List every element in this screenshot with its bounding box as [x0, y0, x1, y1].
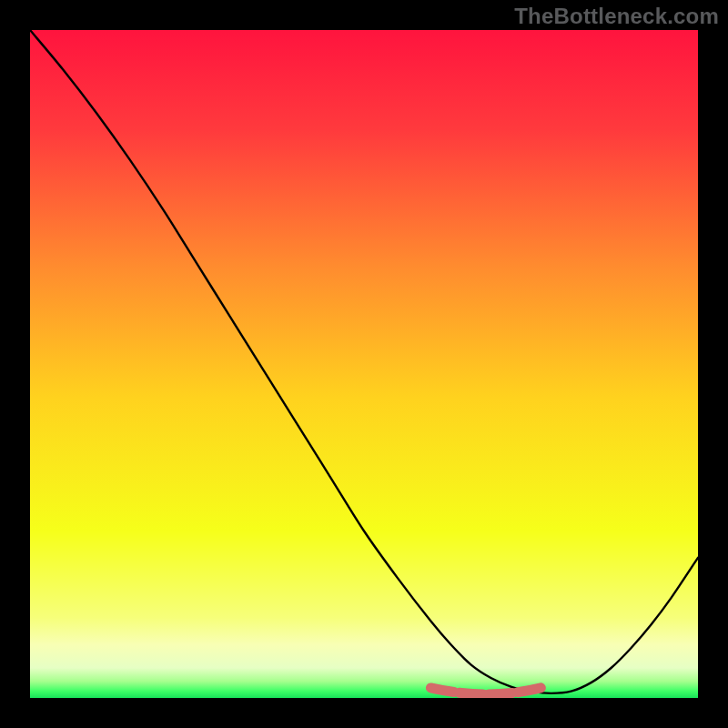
chart-svg [30, 30, 698, 698]
gradient-background [30, 30, 698, 698]
watermark-text: TheBottleneck.com [514, 4, 719, 29]
chart-container: TheBottleneck.com [0, 0, 728, 728]
